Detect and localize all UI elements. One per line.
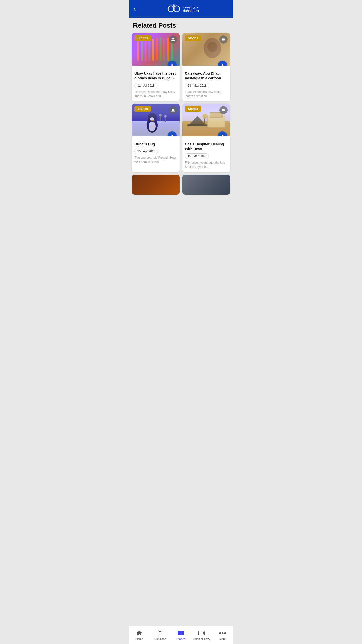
nav-more-label: More xyxy=(219,637,226,640)
short-n-easy-icon xyxy=(198,630,205,636)
svg-marker-55 xyxy=(203,631,205,635)
card-oasis-hospital-image-wrapper: Stories xyxy=(182,104,230,136)
svg-point-31 xyxy=(159,114,162,116)
svg-point-2 xyxy=(173,4,175,6)
svg-point-57 xyxy=(222,632,223,634)
svg-rect-4 xyxy=(137,38,139,61)
back-button[interactable]: ‹ xyxy=(133,5,136,13)
card-ukay-body: Ukay Ukay have the best clothes deals in… xyxy=(132,66,180,101)
home-icon xyxy=(136,630,143,636)
logo-arabic-text: دبي بوست xyxy=(183,5,198,9)
svg-rect-12 xyxy=(167,38,169,61)
partial-card-left[interactable] xyxy=(132,175,180,195)
partial-row-bottom xyxy=(132,175,230,195)
nav-stories-label: Stories xyxy=(177,637,185,640)
card-grid-row1: Stories Ukay Ukay have the best clothes … xyxy=(132,33,230,101)
card-dubais-hug-category-badge: Stories xyxy=(134,106,151,112)
partial-card-right[interactable] xyxy=(182,175,230,195)
card-catsaway[interactable]: Stories Catsaway: Abu Dhabi nostalgia in… xyxy=(182,33,230,101)
svg-rect-6 xyxy=(145,38,147,61)
card-ukay-image-wrapper: Stories xyxy=(132,33,180,66)
svg-point-34 xyxy=(172,109,173,110)
svg-point-0 xyxy=(168,6,174,12)
nav-short-n-easy-label: Short N' Eazy xyxy=(193,637,210,640)
svg-rect-30 xyxy=(160,116,161,121)
svg-point-26 xyxy=(149,121,156,131)
card-grid-row2: Stories Dubai's Hug 25 | Apr 2018 The on… xyxy=(132,104,230,172)
nav-item-short-n-easy[interactable]: Short N' Eazy xyxy=(191,626,212,644)
svg-marker-16 xyxy=(172,64,174,66)
svg-point-35 xyxy=(173,109,174,110)
card-dubais-hug-body: Dubai's Hug 25 | Apr 2018 The one-year-o… xyxy=(132,136,180,167)
nav-home-label: Home xyxy=(136,637,143,640)
partial-card-left-image xyxy=(132,175,180,195)
card-catsaway-image-wrapper: Stories xyxy=(182,33,230,66)
card-oasis-hospital-title: Oasis Hospital: Healing With Heart xyxy=(185,142,228,151)
nav-dubaians-label: Dubaians xyxy=(154,637,166,640)
card-dubais-hug-date: 25 | Apr 2018 xyxy=(134,149,158,154)
logo-container: دبي بوست dubai post xyxy=(138,3,229,15)
svg-point-45 xyxy=(202,114,207,119)
card-oasis-hospital-body: Oasis Hospital: Healing With Heart 15 | … xyxy=(182,136,230,172)
logo-english-text: dubai post xyxy=(183,9,199,13)
bottom-nav: Home Dubaians Stories xyxy=(129,626,233,644)
card-ukay-date: 11 | Jul 2018 xyxy=(134,83,157,88)
svg-rect-50 xyxy=(159,631,161,632)
svg-point-56 xyxy=(219,632,221,634)
svg-marker-36 xyxy=(172,135,174,136)
svg-point-1 xyxy=(174,6,180,12)
card-oasis-hospital-category-badge: Stories xyxy=(185,106,201,112)
card-oasis-hospital-date: 15 | Mar 2018 xyxy=(185,153,209,159)
card-dubais-hug-title: Dubai's Hug xyxy=(134,142,177,147)
svg-rect-8 xyxy=(152,39,154,61)
card-ukay[interactable]: Stories Ukay Ukay have the best clothes … xyxy=(132,33,180,101)
card-dubais-hug-image-wrapper: Stories xyxy=(132,104,180,136)
svg-rect-10 xyxy=(160,37,162,61)
svg-point-15 xyxy=(173,38,174,39)
svg-point-14 xyxy=(172,38,173,39)
app-header: ‹ دبي بوست dubai post xyxy=(129,0,233,18)
card-oasis-hospital-excerpt: Fifty-seven years ago, the late Sheikh Z… xyxy=(185,160,228,169)
svg-rect-52 xyxy=(159,634,161,634)
logo-text: دبي بوست dubai post xyxy=(183,5,199,13)
svg-rect-20 xyxy=(222,39,224,41)
svg-marker-22 xyxy=(222,64,224,66)
more-icon xyxy=(219,630,226,636)
section-title: Related Posts xyxy=(132,22,230,29)
card-dubais-hug[interactable]: Stories Dubai's Hug 25 | Apr 2018 The on… xyxy=(132,104,180,172)
svg-point-19 xyxy=(207,42,217,52)
card-catsaway-date: 28 | May 2018 xyxy=(185,83,209,88)
dubai-post-logo-icon xyxy=(168,3,180,15)
card-ukay-people-icon xyxy=(169,35,177,44)
nav-item-more[interactable]: More xyxy=(212,626,233,644)
svg-marker-21 xyxy=(224,38,225,41)
svg-marker-47 xyxy=(224,109,225,111)
card-catsaway-excerpt: Fadel Al Mheiri's new feature length ani… xyxy=(185,90,228,98)
svg-rect-46 xyxy=(222,109,224,111)
svg-rect-11 xyxy=(163,39,165,61)
svg-rect-41 xyxy=(210,112,222,117)
card-catsaway-title: Catsaway: Abu Dhabi nostalgia in a carto… xyxy=(185,71,228,81)
card-catsaway-body: Catsaway: Abu Dhabi nostalgia in a carto… xyxy=(182,66,230,101)
partial-card-right-image xyxy=(182,175,230,195)
svg-rect-51 xyxy=(159,633,161,633)
card-ukay-title: Ukay Ukay have the best clothes deals in… xyxy=(134,71,177,81)
svg-point-33 xyxy=(164,115,167,118)
stories-icon xyxy=(177,630,185,636)
svg-rect-9 xyxy=(156,38,158,61)
nav-item-stories[interactable]: Stories xyxy=(171,626,192,644)
card-dubais-hug-excerpt: The one-year-old Penguin Hug was born in… xyxy=(134,156,177,164)
nav-item-dubaians[interactable]: Dubaians xyxy=(150,626,171,644)
card-oasis-hospital[interactable]: Stories Oasis Hospital: Healing With Hea… xyxy=(182,104,230,172)
card-catsaway-category-badge: Stories xyxy=(185,35,201,41)
svg-rect-32 xyxy=(165,117,166,122)
svg-marker-48 xyxy=(222,135,224,136)
svg-point-58 xyxy=(224,632,226,634)
main-content: Related Posts xyxy=(129,18,233,215)
card-catsaway-video-icon xyxy=(219,35,228,44)
nav-item-home[interactable]: Home xyxy=(129,626,150,644)
card-ukay-category-badge: Stories xyxy=(134,35,151,41)
svg-rect-54 xyxy=(199,631,203,635)
dubaians-icon xyxy=(157,630,164,636)
card-ukay-excerpt: Have you seen the Ukay Ukay shops in Sat… xyxy=(134,90,177,98)
